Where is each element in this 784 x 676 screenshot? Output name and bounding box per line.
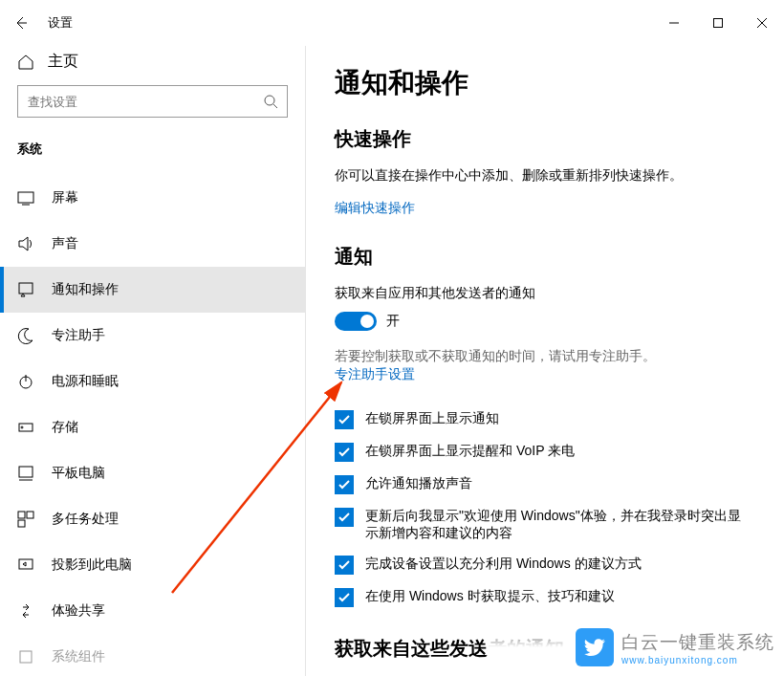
components-icon: [17, 648, 34, 665]
checkbox-icon: [335, 443, 354, 462]
display-icon: [17, 189, 34, 207]
titlebar: 设置: [0, 0, 784, 46]
maximize-icon: [712, 17, 724, 29]
main-content: 通知和操作 快速操作 你可以直接在操作中心中添加、删除或重新排列快速操作。 编辑…: [306, 46, 784, 676]
svg-rect-9: [27, 512, 33, 518]
home-icon: [17, 54, 34, 71]
notifications-heading: 通知: [335, 244, 755, 270]
check-lockscreen-notifs[interactable]: 在锁屏界面上显示通知: [335, 410, 755, 429]
sidebar-item-shared[interactable]: 体验共享: [0, 588, 305, 634]
nav-label: 平板电脑: [52, 465, 105, 482]
watermark-title: 白云一键重装系统: [621, 630, 774, 655]
minimize-icon: [668, 17, 680, 29]
svg-point-1: [265, 96, 274, 105]
notifications-toggle-label: 获取来自应用和其他发送者的通知: [335, 285, 755, 302]
home-label: 主页: [48, 52, 78, 72]
arrow-left-icon: [13, 15, 29, 31]
sidebar-item-components[interactable]: 系统组件: [0, 634, 305, 676]
notifications-toggle[interactable]: [335, 312, 377, 331]
check-label: 完成设备设置以充分利用 Windows 的建议方式: [365, 556, 642, 573]
nav-label: 多任务处理: [52, 511, 119, 528]
quick-actions-desc: 你可以直接在操作中心中添加、删除或重新排列快速操作。: [335, 167, 755, 185]
svg-rect-0: [714, 19, 723, 28]
nav-label: 电源和睡眠: [52, 373, 119, 390]
maximize-button[interactable]: [696, 8, 740, 38]
focus-assist-link[interactable]: 专注助手设置: [335, 366, 415, 383]
storage-icon: [17, 419, 34, 436]
svg-rect-10: [18, 520, 25, 527]
check-tips[interactable]: 在使用 Windows 时获取提示、技巧和建议: [335, 588, 755, 607]
sidebar-item-display[interactable]: 屏幕: [0, 175, 305, 221]
sidebar-item-focus-assist[interactable]: 专注助手: [0, 313, 305, 359]
sidebar-item-storage[interactable]: 存储: [0, 404, 305, 450]
nav-label: 通知和操作: [52, 281, 119, 298]
check-label: 在使用 Windows 时获取提示、技巧和建议: [365, 588, 615, 605]
check-welcome-exp[interactable]: 更新后向我显示"欢迎使用 Windows"体验，并在我登录时突出显示新增内容和建…: [335, 508, 755, 542]
check-finish-setup[interactable]: 完成设备设置以充分利用 Windows 的建议方式: [335, 556, 755, 575]
check-notif-sound[interactable]: 允许通知播放声音: [335, 475, 755, 494]
share-icon: [17, 602, 34, 620]
tablet-icon: [17, 465, 34, 482]
quick-actions-heading: 快速操作: [335, 126, 755, 152]
svg-rect-12: [20, 651, 32, 663]
svg-rect-3: [19, 283, 33, 294]
svg-rect-2: [18, 192, 33, 203]
sound-icon: [17, 235, 34, 252]
multitask-icon: [17, 511, 34, 528]
nav-label: 屏幕: [52, 189, 78, 207]
nav: 屏幕 声音 通知和操作 专注助手 电源和睡眠 存储: [0, 175, 305, 676]
sidebar-group-label: 系统: [0, 135, 305, 171]
focus-assist-desc: 若要控制获取或不获取通知的时间，请试用专注助手。: [335, 348, 755, 365]
sidebar-item-sound[interactable]: 声音: [0, 221, 305, 267]
power-icon: [17, 373, 34, 390]
search-icon: [263, 94, 278, 109]
nav-label: 系统组件: [52, 648, 105, 665]
project-icon: [17, 556, 34, 574]
window-title: 设置: [42, 14, 73, 32]
watermark-logo: [576, 628, 614, 666]
moon-icon: [17, 327, 34, 344]
search-input[interactable]: [17, 85, 288, 118]
svg-point-6: [21, 426, 23, 428]
svg-rect-7: [19, 467, 33, 477]
nav-label: 声音: [52, 235, 78, 252]
sidebar-item-multitask[interactable]: 多任务处理: [0, 496, 305, 542]
check-label: 在锁屏界面上显示通知: [365, 410, 499, 427]
checkbox-icon: [335, 410, 354, 429]
svg-rect-8: [18, 512, 25, 518]
sidebar-item-power[interactable]: 电源和睡眠: [0, 359, 305, 404]
edit-quick-actions-link[interactable]: 编辑快速操作: [335, 200, 415, 217]
sidebar-item-tablet[interactable]: 平板电脑: [0, 450, 305, 496]
checkbox-icon: [335, 556, 354, 575]
watermark: 白云一键重装系统 www.baiyunxitong.com: [576, 628, 774, 666]
sidebar: 主页 系统 屏幕 声音 通知和操作 专注助手: [0, 46, 306, 676]
checkbox-icon: [335, 588, 354, 607]
nav-label: 专注助手: [52, 327, 105, 344]
check-label: 允许通知播放声音: [365, 475, 472, 492]
close-button[interactable]: [740, 8, 784, 38]
nav-label: 存储: [52, 419, 78, 436]
sidebar-item-notifications[interactable]: 通知和操作: [0, 267, 305, 313]
toggle-state: 开: [386, 313, 400, 330]
check-lockscreen-voip[interactable]: 在锁屏界面上显示提醒和 VoIP 来电: [335, 443, 755, 462]
watermark-url: www.baiyunxitong.com: [621, 655, 774, 665]
page-title: 通知和操作: [335, 65, 755, 101]
sidebar-item-projecting[interactable]: 投影到此电脑: [0, 542, 305, 588]
close-icon: [756, 17, 768, 29]
back-button[interactable]: [0, 0, 42, 46]
nav-label: 体验共享: [52, 602, 105, 620]
nav-label: 投影到此电脑: [52, 556, 132, 574]
search-wrap: [17, 85, 288, 118]
checkbox-icon: [335, 475, 354, 494]
minimize-button[interactable]: [652, 8, 696, 38]
notifications-icon: [17, 281, 34, 298]
checkbox-icon: [335, 508, 354, 527]
check-label: 在锁屏界面上显示提醒和 VoIP 来电: [365, 443, 575, 460]
sidebar-home[interactable]: 主页: [0, 52, 305, 72]
check-label: 更新后向我显示"欢迎使用 Windows"体验，并在我登录时突出显示新增内容和建…: [365, 508, 748, 542]
